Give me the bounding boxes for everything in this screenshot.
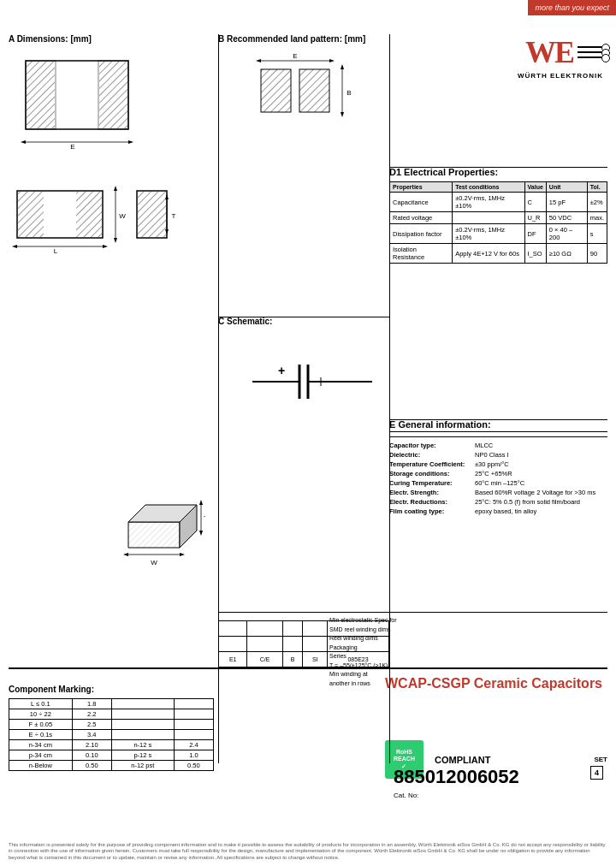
col-tol: Tol. (587, 182, 607, 193)
info-label-reductions: Electr. Reductions: (389, 498, 475, 506)
info-val-dielectric: NP0 Class I (475, 451, 607, 459)
marking-cell: n-Below (9, 761, 73, 771)
table-row: E ÷ 0.1s 3.4 (9, 730, 214, 740)
marking-cell (111, 709, 174, 720)
side-view-drawing: L W T (9, 174, 214, 295)
btable-cell (247, 621, 282, 637)
info-val-reductions: 25°C: 5% 0.5 (f) from solid film/board (475, 498, 607, 506)
component-3d-svg: W T (111, 488, 205, 582)
btable-cell (303, 621, 328, 637)
marking-cell: 1.8 (72, 699, 111, 709)
test-df: ±0.2V·rms, 1MHz ±10% (453, 224, 524, 244)
svg-marker-56 (199, 500, 203, 505)
col-value: Value (524, 182, 546, 193)
btable-cell: SI (303, 652, 328, 667)
info-label-storage: Storage conditions: (389, 470, 475, 477)
info-val-type: MLCC (475, 442, 607, 449)
svg-text:+: + (278, 364, 285, 377)
unit-vdc: 50 VDC (546, 212, 587, 224)
info-row-dielectric: Dielectric: NP0 Class I (389, 451, 607, 459)
table-row: n-Below 0.50 n-12 pst 0.50 (9, 761, 214, 771)
marking-cell: 2.5 (72, 720, 111, 730)
electrical-title: D1 Electrical Properties: (389, 167, 607, 177)
section-divider-horiz3 (389, 419, 607, 420)
schematic-symbol: + (218, 330, 406, 433)
btable-cell (282, 637, 303, 652)
schematic-svg: + (244, 339, 381, 424)
marking-cell: 0.10 (72, 750, 111, 761)
svg-marker-31 (256, 59, 261, 62)
component-marking-section: Component Marking: L ≤ 0.1 1.8 10 ÷ 22 2… (9, 685, 214, 771)
marking-cell (111, 699, 174, 709)
order-note-3: Packaging (329, 644, 398, 653)
svg-text:W: W (119, 212, 126, 220)
section-divider-horiz (218, 317, 389, 317)
dimensions-title: A Dimensions: [mm] (9, 34, 214, 44)
section-divider-vert2 (389, 34, 390, 763)
prop-ir: Isolation Resistance (390, 244, 453, 264)
svg-text:B: B (346, 89, 351, 97)
product-title: WCAP-CSGP Ceramic Capacitors (385, 676, 607, 691)
schematic-section: C Schematic: + (218, 317, 406, 433)
order-note-4: Series (329, 652, 398, 661)
btable-cell: B (282, 652, 303, 667)
marking-cell: 2.2 (72, 709, 111, 720)
val-ur: U_R (524, 212, 546, 224)
marking-cell: n-34 cm (9, 740, 73, 750)
marking-cell (174, 720, 213, 730)
dimension-svg-top: E (9, 48, 180, 168)
we-line-2 (578, 51, 603, 53)
marking-cell (174, 709, 213, 720)
info-label-type: Capacitor type: (389, 442, 475, 449)
info-label-curing: Curing Temperature: (389, 479, 475, 487)
svg-marker-32 (329, 59, 335, 62)
test-capacitance: ±0.2V·rms, 1MHz ±10% (453, 193, 524, 212)
svg-text:T: T (204, 514, 205, 522)
dimension-svg-side: L W T (9, 174, 197, 294)
btable-cell: E1 (219, 652, 247, 667)
info-row-tc: Temperature Coefficient: ±30 ppm/°C (389, 460, 607, 468)
btable-cell (219, 621, 247, 637)
table-row: Capacitance ±0.2V·rms, 1MHz ±10% C 15 pF… (390, 193, 607, 212)
info-val-strength: Based 60%R voltage 2 Voltage for >30 ms (475, 489, 607, 496)
part-number-text: 885012006052 (394, 766, 519, 788)
general-info-section: E General information: Capacitor type: M… (389, 419, 607, 515)
info-row-type: Capacitor type: MLCC (389, 442, 607, 449)
svg-text:E: E (293, 52, 297, 60)
val-c: C (524, 193, 546, 212)
svg-marker-48 (128, 522, 180, 548)
tol-ir: 90 (587, 244, 607, 264)
section-divider-vert (218, 34, 219, 763)
svg-marker-57 (199, 531, 203, 536)
info-label-strength: Electr. Strength: (389, 489, 475, 496)
part-number-display: 885012006052 (394, 766, 519, 788)
info-val-tc: ±30 ppm/°C (475, 460, 607, 468)
btable-cell: C/E (247, 652, 282, 667)
svg-rect-35 (299, 69, 329, 112)
marking-table: L ≤ 0.1 1.8 10 ÷ 22 2.2 F ± 0.05 2.5 E ÷… (9, 698, 214, 771)
svg-marker-8 (128, 140, 133, 144)
svg-marker-38 (341, 112, 344, 117)
svg-text:W: W (151, 559, 157, 566)
btable-cell (219, 637, 247, 652)
svg-text:T: T (172, 212, 176, 220)
we-logo: WE (466, 34, 603, 70)
info-row-curing: Curing Temperature: 60°C min –125°C (389, 479, 607, 487)
marking-cell: 1.0 (174, 750, 213, 761)
info-label-dielectric: Dielectric: (389, 451, 475, 459)
col-unit: Unit (546, 182, 587, 193)
info-label-tc: Temperature Coefficient: (389, 460, 475, 468)
info-val-curing: 60°C min –125°C (475, 479, 607, 487)
col-properties: Properties (390, 182, 453, 193)
marking-cell: 3.4 (72, 730, 111, 740)
table-row: Dissipation factor ±0.2V·rms, 1MHz ±10% … (390, 224, 607, 244)
table-row: p-34 cm 0.10 p-12 s 1.0 (9, 750, 214, 761)
col-test: Test conditions (453, 182, 524, 193)
table-row: n-34 cm 2.10 n-12 s 2.4 (9, 740, 214, 750)
divider (389, 436, 607, 437)
table-row: 10 ÷ 22 2.2 (9, 709, 214, 720)
product-title-section: WCAP-CSGP Ceramic Capacitors (385, 676, 607, 695)
order-note-1: Min electrostatic Spec forSMD reel windi… (329, 616, 398, 634)
marking-cell: E ÷ 0.1s (9, 730, 73, 740)
we-line-3 (578, 56, 603, 58)
